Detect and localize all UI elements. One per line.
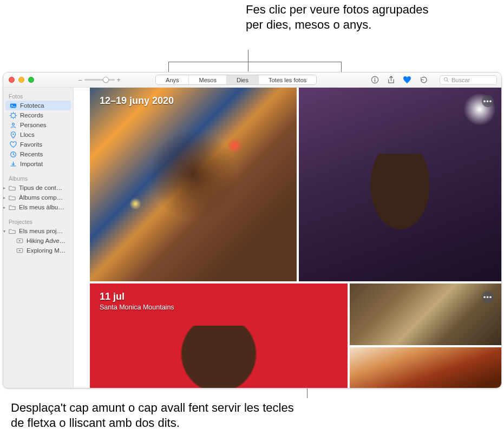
rotate-icon[interactable]: [419, 76, 428, 84]
sidebar-item-label: Favorits: [20, 141, 42, 148]
svg-point-8: [12, 123, 14, 125]
content-area: Fotos Fototeca Records Persones Llocs Fa…: [3, 88, 501, 388]
zoom-slider[interactable]: – +: [78, 76, 121, 84]
favorite-icon[interactable]: [403, 76, 411, 84]
recents-icon: [10, 151, 17, 158]
sidebar-item-label: Persones: [20, 122, 47, 128]
slideshow-icon: [16, 247, 23, 254]
search-placeholder: Buscar: [451, 77, 470, 83]
sidebar-item-label: Hiking Adve…: [27, 238, 66, 244]
svg-point-9: [12, 133, 14, 134]
sidebar-item-imports[interactable]: Importat: [3, 159, 73, 169]
callout-line: [341, 62, 342, 72]
chevron-right-icon[interactable]: ▸: [3, 195, 8, 200]
photo-thumbnail[interactable]: •••: [350, 283, 501, 345]
sidebar-item-project[interactable]: Exploring M…: [3, 246, 73, 255]
sidebar-item-media-types[interactable]: Tipus de cont…: [8, 183, 68, 193]
group-date: 12–19 juny 2020: [100, 95, 174, 107]
favorites-icon: [10, 141, 17, 148]
day-group: 12–19 juny 2020 •••: [90, 88, 501, 281]
more-button[interactable]: •••: [482, 95, 494, 107]
sidebar-item-shared-albums[interactable]: Àlbums comp…: [8, 193, 68, 202]
more-button[interactable]: •••: [482, 291, 494, 303]
zoom-in-label: +: [117, 76, 121, 84]
tab-years[interactable]: Anys: [156, 75, 189, 84]
callout-line: [248, 50, 248, 71]
photos-app-window: – + Anys Mesos Dies Totes les fotos Busc…: [3, 72, 502, 388]
memories-icon: [10, 112, 17, 119]
folder-icon: [9, 184, 16, 192]
sidebar-item-recents[interactable]: Recents: [3, 149, 73, 159]
close-button[interactable]: [9, 77, 15, 83]
photo-grid[interactable]: 12–19 juny 2020 ••• 11 jul Santa Monica …: [74, 88, 501, 388]
sidebar-item-label: Records: [20, 112, 43, 118]
folder-icon: [9, 194, 16, 201]
sidebar-section-photos: Fotos: [3, 91, 73, 101]
group-header: 11 jul Santa Monica Mountains: [100, 291, 174, 311]
sidebar-item-memories[interactable]: Records: [3, 110, 73, 120]
group-date: 11 jul: [100, 291, 174, 302]
sidebar-item-places[interactable]: Llocs: [3, 130, 73, 140]
slider-track[interactable]: [84, 79, 115, 81]
sidebar-item-label: Els meus proj…: [19, 228, 63, 234]
people-icon: [10, 122, 17, 129]
import-icon: [10, 161, 17, 168]
sidebar-item-label: Exploring M…: [27, 247, 66, 254]
sidebar-item-my-projects[interactable]: Els meus proj…: [8, 226, 68, 236]
callout-top: Fes clic per veure fotos agrupades per d…: [246, 2, 430, 32]
sidebar: Fotos Fototeca Records Persones Llocs Fa…: [3, 88, 74, 388]
search-input[interactable]: Buscar: [440, 75, 497, 85]
sidebar-item-label: Àlbums comp…: [19, 194, 63, 201]
callout-line: [168, 62, 169, 72]
sidebar-section-albums: Àlbums: [3, 173, 73, 183]
info-icon[interactable]: [370, 76, 379, 84]
svg-line-4: [447, 81, 449, 82]
svg-point-1: [374, 78, 375, 79]
group-location: Santa Monica Mountains: [100, 304, 174, 311]
fullscreen-button[interactable]: [28, 77, 34, 83]
group-header: 12–19 juny 2020: [100, 95, 174, 107]
chevron-right-icon[interactable]: ▸: [3, 205, 8, 210]
tab-months[interactable]: Mesos: [189, 75, 227, 84]
search-icon: [443, 77, 449, 83]
sidebar-item-library[interactable]: Fototeca: [5, 101, 71, 110]
tab-days[interactable]: Dies: [227, 75, 259, 84]
sidebar-item-label: Importat: [20, 161, 43, 167]
photo-thumbnail[interactable]: [350, 347, 501, 388]
toolbar: – + Anys Mesos Dies Totes les fotos Busc…: [3, 72, 501, 88]
svg-point-3: [444, 77, 447, 81]
photo-thumbnail[interactable]: •••: [299, 88, 501, 281]
sidebar-item-project[interactable]: Hiking Adve…: [3, 236, 73, 246]
chevron-down-icon[interactable]: ▾: [3, 229, 8, 234]
sidebar-item-favorites[interactable]: Favorits: [3, 140, 73, 149]
places-icon: [10, 131, 17, 138]
share-icon[interactable]: [387, 76, 395, 84]
photo-thumbnail[interactable]: 12–19 juny 2020: [90, 88, 297, 281]
sidebar-item-label: Llocs: [20, 131, 35, 138]
zoom-out-label: –: [78, 76, 82, 84]
slider-thumb[interactable]: [103, 77, 109, 83]
sidebar-item-label: Tipus de cont…: [19, 184, 62, 191]
tab-all-photos[interactable]: Totes les fotos: [259, 75, 316, 84]
photo-thumbnail[interactable]: 11 jul Santa Monica Mountains: [90, 283, 348, 388]
sidebar-item-my-albums[interactable]: Els meus àlbu…: [8, 202, 70, 212]
svg-point-7: [11, 113, 15, 117]
callout-bottom: Desplaça't cap amunt o cap avall fent se…: [11, 400, 303, 430]
svg-rect-2: [374, 79, 375, 82]
day-group: 11 jul Santa Monica Mountains •••: [90, 283, 501, 388]
folder-icon: [9, 204, 16, 211]
sidebar-item-label: Recents: [20, 151, 43, 157]
toolbar-actions: Buscar: [370, 75, 497, 85]
chevron-right-icon[interactable]: ▸: [3, 186, 8, 190]
sidebar-section-projects: Projectes: [3, 216, 73, 226]
view-segmented-control: Anys Mesos Dies Totes les fotos: [155, 75, 317, 85]
slideshow-icon: [16, 238, 23, 245]
folder-icon: [9, 228, 16, 235]
callout-line: [307, 388, 307, 398]
sidebar-item-label: Fototeca: [20, 102, 44, 109]
sidebar-item-label: Els meus àlbu…: [19, 204, 64, 210]
window-controls: [8, 77, 37, 83]
library-icon: [10, 102, 17, 109]
minimize-button[interactable]: [18, 77, 24, 83]
sidebar-item-people[interactable]: Persones: [3, 120, 73, 130]
